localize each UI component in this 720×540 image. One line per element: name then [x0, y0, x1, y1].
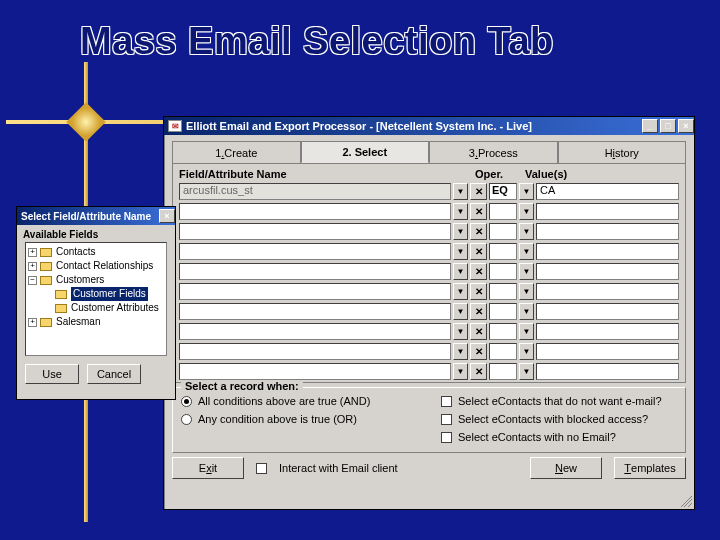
- tree-item[interactable]: +Salesman: [28, 315, 164, 329]
- operator-dropdown-icon[interactable]: ▼: [519, 183, 534, 200]
- tree-item[interactable]: +Contacts: [28, 245, 164, 259]
- field-dropdown-icon[interactable]: ▼: [453, 183, 468, 200]
- tree-item[interactable]: Customer Attributes: [28, 301, 164, 315]
- field-input[interactable]: [179, 323, 451, 340]
- operator-input[interactable]: [489, 323, 517, 340]
- operator-dropdown-icon[interactable]: ▼: [519, 283, 534, 300]
- criteria-row: ▼✕▼: [179, 322, 679, 341]
- operator-input[interactable]: [489, 223, 517, 240]
- folder-icon: [55, 290, 67, 299]
- field-input[interactable]: [179, 263, 451, 280]
- close-button[interactable]: ×: [678, 119, 694, 133]
- exit-button[interactable]: Exit: [172, 457, 244, 479]
- operator-input[interactable]: [489, 303, 517, 320]
- field-dropdown-icon[interactable]: ▼: [453, 283, 468, 300]
- tab-3[interactable]: History: [558, 141, 687, 163]
- clear-row-button[interactable]: ✕: [470, 323, 487, 340]
- field-dropdown-icon[interactable]: ▼: [453, 303, 468, 320]
- operator-dropdown-icon[interactable]: ▼: [519, 303, 534, 320]
- field-tree[interactable]: +Contacts+Contact Relationships−Customer…: [25, 242, 167, 356]
- field-input[interactable]: [179, 243, 451, 260]
- clear-row-button[interactable]: ✕: [470, 283, 487, 300]
- econtact-check-0[interactable]: Select eContacts that do not want e-mail…: [441, 392, 677, 410]
- field-dropdown-icon[interactable]: ▼: [453, 323, 468, 340]
- picker-close-button[interactable]: ×: [159, 209, 175, 223]
- min-button[interactable]: _: [642, 119, 658, 133]
- operator-input[interactable]: [489, 203, 517, 220]
- clear-row-button[interactable]: ✕: [470, 343, 487, 360]
- templates-button[interactable]: Templates: [614, 457, 686, 479]
- operator-dropdown-icon[interactable]: ▼: [519, 323, 534, 340]
- field-input[interactable]: [179, 223, 451, 240]
- tree-item[interactable]: +Contact Relationships: [28, 259, 164, 273]
- clear-row-button[interactable]: ✕: [470, 223, 487, 240]
- tree-expander-icon[interactable]: −: [28, 276, 37, 285]
- operator-dropdown-icon[interactable]: ▼: [519, 363, 534, 380]
- value-input[interactable]: [536, 263, 679, 280]
- criteria-rows: arcusfil.cus_st▼✕EQ▼CA▼✕▼▼✕▼▼✕▼▼✕▼▼✕▼▼✕▼…: [173, 182, 685, 381]
- operator-input[interactable]: EQ: [489, 183, 517, 200]
- value-input[interactable]: CA: [536, 183, 679, 200]
- field-input[interactable]: [179, 283, 451, 300]
- interact-label: Interact with Email client: [279, 462, 398, 474]
- field-dropdown-icon[interactable]: ▼: [453, 343, 468, 360]
- tree-item[interactable]: Customer Fields: [28, 287, 164, 301]
- radio-and[interactable]: All conditions above are true (AND): [181, 392, 441, 410]
- clear-row-button[interactable]: ✕: [470, 243, 487, 260]
- operator-input[interactable]: [489, 263, 517, 280]
- field-input[interactable]: arcusfil.cus_st: [179, 183, 451, 200]
- tab-2[interactable]: 3. Process: [429, 141, 558, 163]
- clear-row-button[interactable]: ✕: [470, 263, 487, 280]
- app-title: Elliott Email and Export Processor - [Ne…: [186, 120, 532, 132]
- clear-row-button[interactable]: ✕: [470, 363, 487, 380]
- field-input[interactable]: [179, 303, 451, 320]
- econtact-check-1[interactable]: Select eContacts with blocked access?: [441, 410, 677, 428]
- operator-input[interactable]: [489, 343, 517, 360]
- clear-row-button[interactable]: ✕: [470, 183, 487, 200]
- operator-dropdown-icon[interactable]: ▼: [519, 203, 534, 220]
- value-input[interactable]: [536, 243, 679, 260]
- max-button[interactable]: □: [660, 119, 676, 133]
- resize-grip[interactable]: [680, 495, 692, 507]
- tree-item[interactable]: −Customers: [28, 273, 164, 287]
- value-input[interactable]: [536, 303, 679, 320]
- use-button[interactable]: Use: [25, 364, 79, 384]
- field-dropdown-icon[interactable]: ▼: [453, 363, 468, 380]
- app-icon: ✉: [168, 120, 182, 132]
- radio-or[interactable]: Any condition above is true (OR): [181, 410, 441, 428]
- cancel-button[interactable]: Cancel: [87, 364, 141, 384]
- operator-dropdown-icon[interactable]: ▼: [519, 263, 534, 280]
- clear-row-button[interactable]: ✕: [470, 203, 487, 220]
- operator-input[interactable]: [489, 363, 517, 380]
- field-dropdown-icon[interactable]: ▼: [453, 203, 468, 220]
- picker-titlebar: Select Field/Attribute Name ×: [17, 207, 175, 225]
- field-input[interactable]: [179, 203, 451, 220]
- value-input[interactable]: [536, 283, 679, 300]
- value-input[interactable]: [536, 343, 679, 360]
- tree-expander-icon[interactable]: +: [28, 262, 37, 271]
- select-when-legend: Select a record when:: [181, 380, 303, 392]
- econtact-check-2[interactable]: Select eContacts with no Email?: [441, 428, 677, 446]
- field-input[interactable]: [179, 363, 451, 380]
- value-input[interactable]: [536, 363, 679, 380]
- clear-row-button[interactable]: ✕: [470, 303, 487, 320]
- new-button[interactable]: New: [530, 457, 602, 479]
- tree-expander-icon[interactable]: +: [28, 248, 37, 257]
- checkbox-icon: [441, 414, 452, 425]
- field-dropdown-icon[interactable]: ▼: [453, 243, 468, 260]
- operator-dropdown-icon[interactable]: ▼: [519, 223, 534, 240]
- field-dropdown-icon[interactable]: ▼: [453, 263, 468, 280]
- tab-0[interactable]: 1. Create: [172, 141, 301, 163]
- value-input[interactable]: [536, 223, 679, 240]
- field-input[interactable]: [179, 343, 451, 360]
- value-input[interactable]: [536, 203, 679, 220]
- operator-input[interactable]: [489, 243, 517, 260]
- tree-expander-icon[interactable]: +: [28, 318, 37, 327]
- operator-dropdown-icon[interactable]: ▼: [519, 343, 534, 360]
- operator-dropdown-icon[interactable]: ▼: [519, 243, 534, 260]
- value-input[interactable]: [536, 323, 679, 340]
- field-dropdown-icon[interactable]: ▼: [453, 223, 468, 240]
- interact-checkbox[interactable]: [256, 463, 267, 474]
- operator-input[interactable]: [489, 283, 517, 300]
- tab-1[interactable]: 2. Select: [301, 141, 430, 163]
